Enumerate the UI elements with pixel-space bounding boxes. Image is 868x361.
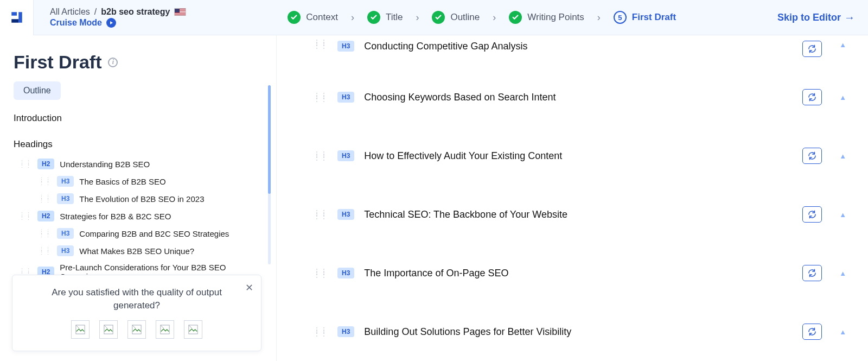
step-label: First Draft bbox=[632, 12, 676, 23]
drag-handle-icon[interactable]: ⋮⋮⋮⋮ bbox=[19, 161, 32, 167]
content-row: ⋮⋮⋮⋮H3Building Out Solutions Pages for B… bbox=[277, 302, 868, 361]
check-icon bbox=[288, 11, 301, 24]
headings-heading: Headings bbox=[14, 139, 263, 150]
arrow-right-icon: → bbox=[844, 11, 855, 24]
skip-to-editor-button[interactable]: Skip to Editor → bbox=[777, 11, 855, 24]
drag-handle-icon[interactable]: ⋮⋮⋮⋮ bbox=[314, 153, 328, 159]
collapse-icon[interactable]: ▲ bbox=[839, 328, 846, 336]
outline-node[interactable]: ⋮⋮⋮⋮H3The Basics of B2B SEO bbox=[39, 173, 263, 190]
collapse-icon[interactable]: ▲ bbox=[839, 152, 846, 160]
wizard-step-first-draft[interactable]: 5First Draft bbox=[614, 11, 676, 24]
rating-option[interactable] bbox=[184, 320, 202, 339]
heading-tag: H2 bbox=[37, 159, 54, 169]
breadcrumb-separator: / bbox=[94, 7, 97, 17]
svg-rect-2 bbox=[11, 19, 18, 23]
drag-handle-icon[interactable]: ⋮⋮⋮⋮ bbox=[314, 41, 328, 47]
heading-tag: H3 bbox=[337, 150, 354, 161]
wizard-step-outline[interactable]: Outline bbox=[432, 11, 480, 24]
rating-option[interactable] bbox=[127, 320, 146, 339]
refresh-icon bbox=[807, 268, 817, 278]
step-label: Title bbox=[386, 12, 403, 23]
regenerate-button[interactable] bbox=[802, 89, 822, 105]
play-icon bbox=[106, 18, 116, 28]
info-icon[interactable]: i bbox=[108, 58, 118, 67]
outline-node[interactable]: ⋮⋮⋮⋮H3What Makes B2B SEO Unique? bbox=[39, 242, 263, 259]
introduction-heading[interactable]: Introduction bbox=[14, 113, 263, 124]
outline-node[interactable]: ⋮⋮⋮⋮H3Comparing B2B and B2C SEO Strategi… bbox=[39, 225, 263, 242]
broken-image-icon bbox=[188, 325, 198, 334]
close-icon[interactable]: ✕ bbox=[245, 282, 253, 294]
content-row: ⋮⋮⋮⋮H3Conducting Competitive Gap Analysi… bbox=[277, 35, 868, 68]
drag-handle-icon[interactable]: ⋮⋮⋮⋮ bbox=[39, 230, 52, 237]
content-row: ⋮⋮⋮⋮H3The Importance of On-Page SEO▲ bbox=[277, 244, 868, 302]
wizard-step-title[interactable]: Title bbox=[367, 11, 403, 24]
row-title: How to Effectively Audit Your Existing C… bbox=[364, 150, 793, 162]
outline-node[interactable]: ⋮⋮⋮⋮H3The Evolution of B2B SEO in 2023 bbox=[39, 190, 263, 207]
main-content: ⋮⋮⋮⋮H3Conducting Competitive Gap Analysi… bbox=[277, 35, 868, 361]
step-number: 5 bbox=[614, 11, 627, 24]
drag-handle-icon[interactable]: ⋮⋮⋮⋮ bbox=[314, 94, 328, 100]
outline-node[interactable]: ⋮⋮⋮⋮H2Strategies for B2B & B2C SEO bbox=[19, 207, 263, 225]
content-row: ⋮⋮⋮⋮H3Technical SEO: The Backbone of You… bbox=[277, 185, 868, 244]
collapse-icon[interactable]: ▲ bbox=[839, 93, 846, 102]
sidebar-scroll-thumb[interactable] bbox=[268, 85, 271, 194]
heading-tag: H3 bbox=[337, 92, 354, 103]
check-icon bbox=[432, 11, 445, 24]
collapse-icon[interactable]: ▲ bbox=[839, 269, 846, 277]
heading-tag: H3 bbox=[57, 245, 74, 256]
heading-tag: H3 bbox=[337, 41, 354, 52]
feedback-rating bbox=[28, 320, 246, 339]
refresh-icon bbox=[807, 92, 817, 102]
check-icon bbox=[509, 11, 522, 24]
broken-image-icon bbox=[75, 325, 85, 334]
outline-node-text: Understanding B2B SEO bbox=[60, 160, 150, 169]
locale-flag-us-icon[interactable] bbox=[174, 8, 186, 16]
breadcrumb-root[interactable]: All Articles bbox=[50, 7, 90, 17]
feedback-card: ✕ Are you satisfied with the quality of … bbox=[12, 275, 261, 351]
breadcrumb-current[interactable]: b2b seo strategy bbox=[101, 7, 170, 17]
regenerate-button[interactable] bbox=[802, 206, 822, 223]
wizard-step-writing-points[interactable]: Writing Points bbox=[509, 11, 584, 24]
rating-option[interactable] bbox=[71, 320, 90, 339]
outline-tree: ⋮⋮⋮⋮H2Understanding B2B SEO⋮⋮⋮⋮H3The Bas… bbox=[14, 155, 263, 284]
cruise-mode-button[interactable]: Cruise Mode bbox=[50, 18, 186, 28]
drag-handle-icon[interactable]: ⋮⋮⋮⋮ bbox=[314, 328, 328, 335]
svg-rect-0 bbox=[11, 12, 17, 16]
drag-handle-icon[interactable]: ⋮⋮⋮⋮ bbox=[314, 211, 328, 218]
content-row: ⋮⋮⋮⋮H3Choosing Keywords Based on Search … bbox=[277, 68, 868, 126]
drag-handle-icon[interactable]: ⋮⋮⋮⋮ bbox=[39, 178, 52, 185]
feedback-question: Are you satisfied with the quality of ou… bbox=[28, 286, 246, 313]
app-logo[interactable] bbox=[0, 0, 34, 35]
chevron-right-icon: › bbox=[351, 12, 354, 23]
rating-option[interactable] bbox=[99, 320, 118, 339]
check-icon bbox=[367, 11, 380, 24]
drag-handle-icon[interactable]: ⋮⋮⋮⋮ bbox=[39, 195, 52, 202]
regenerate-button[interactable] bbox=[802, 324, 822, 340]
outline-node-text: Comparing B2B and B2C SEO Strategies bbox=[79, 229, 229, 238]
step-label: Writing Points bbox=[527, 12, 584, 23]
svg-rect-1 bbox=[18, 12, 22, 23]
regenerate-button[interactable] bbox=[802, 265, 822, 281]
drag-handle-icon[interactable]: ⋮⋮⋮⋮ bbox=[19, 213, 32, 219]
rating-option[interactable] bbox=[156, 320, 174, 339]
outline-node[interactable]: ⋮⋮⋮⋮H2Understanding B2B SEO bbox=[19, 155, 263, 173]
heading-tag: H3 bbox=[337, 209, 354, 220]
page-title: First Draft i bbox=[14, 52, 263, 73]
outline-pill[interactable]: Outline bbox=[14, 81, 61, 100]
collapse-icon[interactable]: ▲ bbox=[839, 41, 846, 49]
drag-handle-icon[interactable]: ⋮⋮⋮⋮ bbox=[314, 270, 328, 276]
collapse-icon[interactable]: ▲ bbox=[839, 211, 846, 219]
regenerate-button[interactable] bbox=[802, 41, 822, 57]
app-header: All Articles / b2b seo strategy Cruise M… bbox=[0, 0, 868, 35]
refresh-icon bbox=[807, 44, 817, 54]
drag-handle-icon[interactable]: ⋮⋮⋮⋮ bbox=[39, 248, 52, 254]
wizard-step-context[interactable]: Context bbox=[288, 11, 338, 24]
row-title: Conducting Competitive Gap Analysis bbox=[364, 41, 793, 52]
breadcrumb: All Articles / b2b seo strategy Cruise M… bbox=[50, 7, 186, 28]
row-title: Building Out Solutions Pages for Better … bbox=[364, 326, 793, 338]
logo-icon bbox=[10, 10, 24, 24]
outline-node-text: The Evolution of B2B SEO in 2023 bbox=[79, 194, 204, 204]
regenerate-button[interactable] bbox=[802, 148, 822, 164]
outline-node-text: What Makes B2B SEO Unique? bbox=[79, 246, 194, 256]
heading-tag: H3 bbox=[57, 228, 74, 239]
